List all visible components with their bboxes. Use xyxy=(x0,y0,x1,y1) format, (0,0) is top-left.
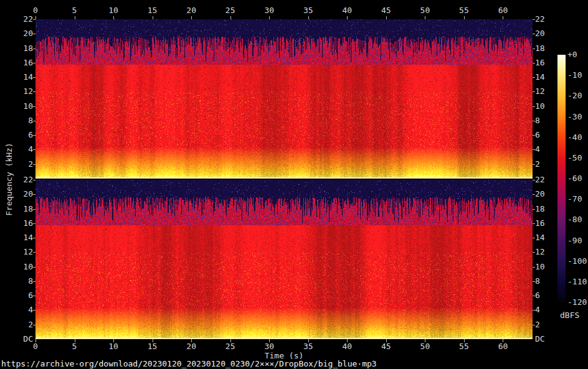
frequency-tick-label: 14 xyxy=(535,72,560,82)
frequency-tick-mark xyxy=(33,121,36,121)
colorbar-tick-label: -90 xyxy=(567,236,588,245)
colorbar-tick-label: -10 xyxy=(567,71,588,80)
frequency-tick-label: 6 xyxy=(535,130,560,139)
frequency-tick-mark xyxy=(33,106,36,107)
spectrogram-figure: Frequency (kHz) 051015202530354045505560… xyxy=(0,0,588,369)
time-tick-mark xyxy=(113,16,114,19)
frequency-tick-label: 22 xyxy=(8,175,33,184)
frequency-tick-mark xyxy=(33,77,36,78)
time-tick-mark xyxy=(386,339,387,342)
frequency-tick-label: 6 xyxy=(8,130,33,139)
time-tick-label: 35 xyxy=(303,6,313,15)
frequency-tick-mark xyxy=(533,238,535,238)
time-tick-label: 20 xyxy=(186,6,196,15)
time-tick-label: 20 xyxy=(186,342,196,351)
frequency-tick-label: 10 xyxy=(535,262,560,271)
frequency-tick-mark xyxy=(33,281,36,282)
time-tick-mark xyxy=(36,16,36,19)
frequency-tick-mark xyxy=(33,325,36,325)
frequency-tick-mark xyxy=(533,49,535,49)
colorbar-tick-label: -20 xyxy=(567,91,588,100)
time-tick-mark xyxy=(269,339,270,342)
colorbar-tick-label: -40 xyxy=(567,133,588,142)
time-tick-label: 50 xyxy=(420,342,430,351)
time-tick-mark xyxy=(386,16,387,19)
dc-tick-label: DC xyxy=(535,334,560,343)
time-tick-label: 0 xyxy=(33,6,38,15)
time-tick-label: 45 xyxy=(381,342,391,351)
time-tick-mark xyxy=(191,16,192,19)
time-tick-mark xyxy=(347,339,348,342)
time-tick-mark xyxy=(191,339,192,342)
time-tick-label: 10 xyxy=(108,342,118,351)
frequency-tick-label: 10 xyxy=(8,101,33,111)
time-tick-mark xyxy=(36,339,36,342)
spectrogram-channel-1 xyxy=(36,19,533,179)
time-tick-label: 15 xyxy=(148,6,158,15)
frequency-tick-mark xyxy=(533,325,535,325)
time-tick-label: 0 xyxy=(33,342,38,351)
colorbar-tick-label: -70 xyxy=(567,195,588,203)
dc-tick-label: DC xyxy=(8,334,33,343)
frequency-tick-label: 20 xyxy=(8,189,33,199)
frequency-tick-label: 2 xyxy=(8,159,33,169)
frequency-tick-label: 4 xyxy=(8,305,33,314)
frequency-tick-label: 18 xyxy=(535,204,560,213)
frequency-tick-label: 20 xyxy=(535,189,560,199)
frequency-tick-mark xyxy=(533,34,535,34)
time-tick-label: 5 xyxy=(72,6,77,15)
frequency-tick-mark xyxy=(533,106,535,107)
frequency-tick-mark xyxy=(33,164,36,165)
frequency-tick-label: 22 xyxy=(535,14,560,24)
time-tick-label: 40 xyxy=(342,342,352,351)
time-tick-label: 45 xyxy=(381,6,391,15)
frequency-tick-mark xyxy=(533,77,535,78)
frequency-tick-mark xyxy=(33,209,36,210)
colorbar-tick-label: -50 xyxy=(567,154,588,162)
frequency-tick-mark xyxy=(33,63,36,63)
frequency-tick-label: 20 xyxy=(8,29,33,38)
colorbar-tick-label: -100 xyxy=(567,257,588,266)
frequency-tick-mark xyxy=(33,252,36,253)
frequency-tick-mark xyxy=(533,281,535,282)
frequency-tick-label: 2 xyxy=(535,159,560,169)
time-tick-mark xyxy=(464,16,465,19)
time-tick-mark xyxy=(464,339,465,342)
frequency-tick-mark xyxy=(533,19,535,20)
frequency-tick-mark xyxy=(533,310,535,311)
frequency-tick-mark xyxy=(533,209,535,210)
frequency-tick-mark xyxy=(533,267,535,268)
time-tick-mark xyxy=(425,16,425,19)
frequency-tick-mark xyxy=(33,49,36,49)
colorbar-tick-label: -120 xyxy=(567,298,588,307)
time-tick-label: 5 xyxy=(72,342,77,351)
frequency-tick-label: 2 xyxy=(8,320,33,329)
frequency-tick-label: 8 xyxy=(535,116,560,125)
time-tick-mark xyxy=(425,339,425,342)
frequency-tick-mark xyxy=(533,223,535,224)
colorbar-tick-label: -60 xyxy=(567,174,588,183)
time-tick-label: 10 xyxy=(108,6,118,15)
frequency-tick-mark xyxy=(533,296,535,296)
time-tick-mark xyxy=(153,339,153,342)
time-tick-label: 55 xyxy=(459,6,469,15)
frequency-tick-mark xyxy=(33,135,36,136)
frequency-tick-mark xyxy=(533,91,535,92)
frequency-tick-label: 16 xyxy=(8,58,33,67)
frequency-tick-label: 4 xyxy=(8,144,33,154)
time-tick-label: 60 xyxy=(498,6,508,15)
time-tick-label: 55 xyxy=(459,342,469,351)
frequency-tick-mark xyxy=(533,252,535,253)
frequency-tick-mark xyxy=(33,296,36,296)
time-tick-label: 30 xyxy=(264,342,274,351)
frequency-tick-label: 8 xyxy=(8,116,33,125)
time-tick-mark xyxy=(503,16,503,19)
frequency-tick-label: 16 xyxy=(535,218,560,228)
time-tick-label: 35 xyxy=(303,342,313,351)
frequency-tick-label: 12 xyxy=(8,86,33,96)
frequency-tick-mark xyxy=(533,121,535,121)
colorbar-tick-label: -30 xyxy=(567,113,588,121)
frequency-tick-label: 12 xyxy=(535,86,560,96)
source-url-text: https://archive·org/download/20230120_20… xyxy=(1,359,377,368)
frequency-tick-label: 16 xyxy=(8,218,33,228)
